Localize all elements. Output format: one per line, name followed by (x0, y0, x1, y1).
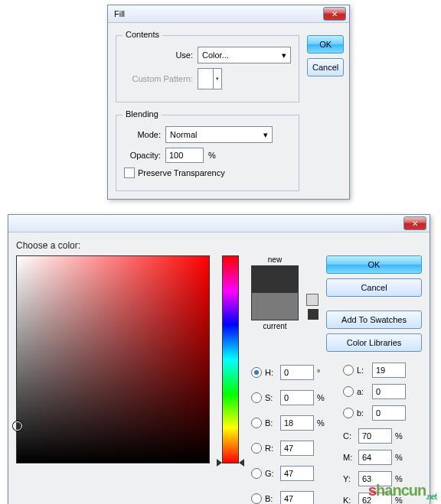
h-radio[interactable] (251, 367, 262, 378)
close-icon[interactable]: ✕ (323, 7, 346, 21)
l-radio[interactable] (343, 365, 354, 376)
s-input[interactable] (280, 390, 314, 405)
picker-titlebar[interactable]: ✕ (8, 215, 430, 232)
picker-body: Choose a color: new (8, 232, 430, 504)
m-input[interactable] (358, 450, 392, 465)
a-radio[interactable] (343, 386, 354, 397)
r-input[interactable] (280, 441, 314, 456)
custom-pattern-swatch: ▾ (198, 68, 222, 89)
mode-value: Normal (170, 130, 197, 139)
ok-button[interactable]: OK (307, 35, 344, 54)
picker-instruction: Choose a color: (16, 240, 422, 251)
m-label: M: (343, 453, 355, 462)
mode-label: Mode: (124, 130, 165, 139)
cancel-button[interactable]: Cancel (307, 58, 344, 76)
preview-current-swatch[interactable] (252, 293, 298, 320)
color-field[interactable] (16, 255, 210, 463)
add-swatches-button[interactable]: Add To Swatches (326, 311, 422, 329)
fill-dialog: Fill ✕ Contents Use: Color... ▾ Custom P… (107, 5, 350, 200)
blending-legend: Blending (122, 109, 162, 119)
b-hsb-label: B: (265, 418, 277, 428)
r-label: R: (265, 444, 277, 453)
color-picker-dialog: ✕ Choose a color: new (8, 214, 430, 504)
g-label: G: (265, 469, 277, 478)
r-radio[interactable] (251, 443, 262, 454)
s-unit: % (317, 393, 328, 402)
fill-title: Fill (114, 9, 322, 18)
b-hsb-input[interactable] (280, 415, 314, 431)
contents-legend: Contents (122, 30, 162, 39)
color-libraries-button[interactable]: Color Libraries (326, 333, 422, 352)
slider-thumb-icon (239, 459, 244, 467)
s-radio[interactable] (251, 392, 262, 403)
h-unit: ° (317, 368, 328, 377)
l-input[interactable] (372, 363, 406, 378)
opacity-label: Opacity: (124, 151, 165, 160)
preview-new-swatch (252, 266, 298, 293)
c-input[interactable] (358, 428, 392, 444)
chevron-down-icon: ▾ (213, 69, 221, 89)
c-unit: % (395, 431, 406, 441)
preserve-checkbox[interactable] (124, 167, 135, 178)
opacity-input[interactable] (165, 148, 204, 163)
g-radio[interactable] (251, 468, 262, 479)
close-icon[interactable]: ✕ (403, 216, 426, 230)
s-label: S: (265, 393, 277, 402)
use-label: Use: (124, 50, 198, 60)
lab-b-input[interactable] (372, 405, 406, 421)
opacity-unit: % (208, 151, 216, 160)
b-rgb-label: B: (265, 494, 277, 503)
h-input[interactable] (280, 365, 314, 380)
use-value: Color... (202, 50, 229, 60)
fill-body: Contents Use: Color... ▾ Custom Pattern:… (108, 23, 349, 199)
b-rgb-input[interactable] (280, 491, 314, 505)
lab-b-radio[interactable] (343, 408, 354, 418)
mode-combo[interactable]: Normal ▾ (165, 126, 273, 143)
cube-icon[interactable] (306, 294, 318, 306)
b-hsb-radio[interactable] (251, 418, 262, 428)
contents-group: Contents Use: Color... ▾ Custom Pattern:… (116, 35, 299, 102)
k-unit: % (395, 496, 406, 504)
y-input[interactable] (358, 471, 392, 486)
b-rgb-radio[interactable] (251, 493, 262, 504)
m-unit: % (395, 453, 406, 462)
a-label: a: (357, 387, 369, 396)
lab-b-label: b: (357, 408, 369, 418)
color-preview: new current (251, 255, 299, 330)
use-combo[interactable]: Color... ▾ (198, 47, 291, 63)
k-input[interactable] (358, 493, 392, 504)
hue-slider[interactable] (222, 255, 239, 463)
new-label: new (268, 255, 282, 264)
b-hsb-unit: % (317, 418, 328, 428)
web-safe-swatch-icon[interactable] (308, 309, 318, 320)
custom-pattern-label: Custom Pattern: (124, 74, 198, 83)
blending-group: Blending Mode: Normal ▾ Opacity: % Prese… (116, 115, 299, 191)
preserve-label: Preserve Transparency (138, 168, 225, 177)
chevron-down-icon: ▾ (282, 50, 286, 60)
ok-button[interactable]: OK (326, 255, 422, 274)
y-label: Y: (343, 474, 355, 483)
h-label: H: (265, 368, 277, 377)
chevron-down-icon: ▾ (263, 130, 268, 140)
a-input[interactable] (372, 384, 406, 399)
l-label: L: (357, 366, 369, 375)
y-unit: % (395, 474, 406, 483)
c-label: C: (343, 431, 355, 441)
slider-thumb-icon (217, 459, 222, 467)
fill-titlebar[interactable]: Fill ✕ (108, 5, 349, 23)
g-input[interactable] (280, 466, 314, 481)
current-label: current (263, 322, 286, 330)
color-cursor-icon (13, 421, 22, 431)
cancel-button[interactable]: Cancel (326, 278, 422, 297)
k-label: K: (343, 496, 355, 504)
